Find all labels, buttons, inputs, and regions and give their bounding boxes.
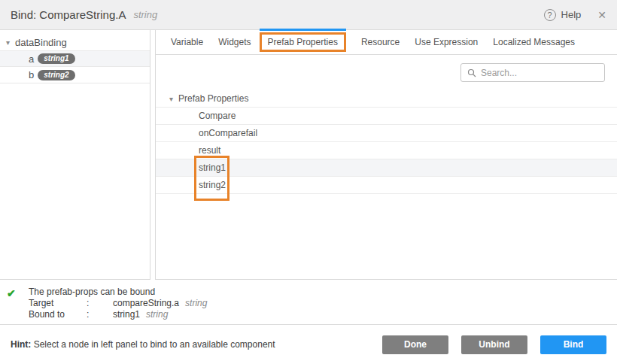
help-link[interactable]: Help [561, 9, 582, 20]
status-boundto-row: Bound to : string1 string [29, 309, 608, 320]
caret-down-icon: ▾ [169, 95, 173, 103]
tree-node-label: a [29, 53, 34, 65]
done-button[interactable]: Done [382, 335, 448, 354]
bind-button[interactable]: Bind [540, 335, 606, 354]
prefab-property-label: result [199, 145, 220, 156]
hint-body: Select a node in left panel to bind to a… [31, 339, 275, 350]
tab-resource[interactable]: Resource [361, 37, 400, 47]
unbind-button[interactable]: Unbind [461, 335, 527, 354]
data-binding-panel: ▾ dataBinding a string1 b string2 [0, 30, 150, 280]
prefab-property-label: string1 [199, 162, 226, 173]
caret-down-icon: ▾ [6, 38, 10, 47]
check-icon: ✔ [7, 287, 16, 299]
status-target-value: compareString.a [113, 298, 179, 309]
tab-variable[interactable]: Variable [171, 37, 203, 47]
tab-localized-messages[interactable]: Localized Messages [493, 37, 575, 47]
tab-bar: Variable Widgets Prefab Properties Resou… [156, 30, 617, 55]
tree-node-label: b [29, 69, 34, 80]
dialog-footer: Hint: Select a node in left panel to bin… [0, 325, 617, 364]
help-icon[interactable]: ? [544, 9, 556, 21]
status-message-text: The prefab-props can be bound [29, 287, 155, 298]
status-message: The prefab-props can be bound [29, 287, 608, 298]
bind-source-panel: Variable Widgets Prefab Properties Resou… [155, 30, 617, 280]
search-row [156, 55, 617, 90]
binding-status: ✔ The prefab-props can be bound Target :… [0, 280, 617, 325]
status-target-label: Target [29, 298, 87, 309]
prefab-property-row-oncomparefail[interactable]: onComparefail [156, 125, 617, 142]
prefab-properties-tree: ▾ Prefab Properties Compare onComparefai… [156, 90, 617, 279]
status-separator: : [87, 309, 113, 320]
prefab-property-row-compare[interactable]: Compare [156, 108, 617, 125]
close-icon[interactable]: ✕ [597, 9, 606, 21]
prefab-property-label: onComparefail [199, 128, 257, 138]
tab-prefab-properties[interactable]: Prefab Properties [260, 32, 346, 52]
dialog-body: ▾ dataBinding a string1 b string2 Variab… [0, 30, 617, 280]
tree-root-label: Prefab Properties [178, 93, 248, 104]
prefab-property-row-result[interactable]: result [156, 142, 617, 159]
status-target-row: Target : compareString.a string [29, 298, 608, 309]
bind-dialog: Bind: CompareString.A string ? Help ✕ ▾ … [0, 0, 617, 364]
tree-root-databinding[interactable]: ▾ dataBinding [0, 34, 150, 50]
tab-use-expression[interactable]: Use Expression [415, 37, 478, 47]
search-box[interactable] [460, 63, 605, 82]
tree-node-a[interactable]: a string1 [0, 50, 150, 67]
tab-widgets[interactable]: Widgets [218, 37, 251, 47]
status-boundto-value: string1 [113, 309, 140, 320]
footer-buttons: Done Unbind Bind [369, 335, 606, 354]
hint-label: Hint: [11, 339, 31, 350]
prefab-property-row-string2[interactable]: string2 [156, 177, 617, 194]
bound-value-badge: string1 [38, 53, 74, 64]
tree-root-label: dataBinding [15, 37, 67, 48]
prefab-property-label: Compare [199, 111, 236, 121]
tree-root-prefab-properties[interactable]: ▾ Prefab Properties [156, 90, 617, 108]
status-boundto-label: Bound to [29, 309, 87, 320]
status-separator: : [87, 298, 113, 309]
bind-type-label: string [133, 9, 157, 20]
dialog-title: Bind: CompareString.A [11, 8, 126, 21]
search-icon [467, 68, 476, 77]
tree-node-b[interactable]: b string2 [0, 67, 150, 83]
dialog-header: Bind: CompareString.A string ? Help ✕ [0, 0, 617, 30]
status-target-type: string [185, 298, 207, 309]
prefab-property-row-string1[interactable]: string1 [156, 159, 617, 177]
hint-text: Hint: Select a node in left panel to bin… [11, 339, 275, 350]
status-boundto-type: string [146, 309, 168, 320]
bound-value-badge: string2 [38, 70, 74, 80]
prefab-property-label: string2 [199, 180, 226, 190]
search-input[interactable] [481, 68, 598, 78]
